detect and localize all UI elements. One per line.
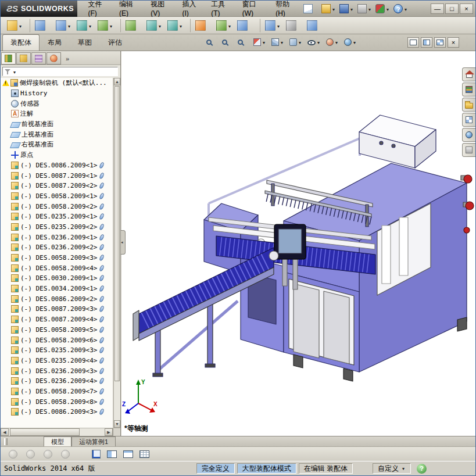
- insert-components-icon[interactable]: [5, 19, 24, 33]
- view-palette-icon[interactable]: [462, 113, 475, 127]
- tree-item[interactable]: 注解: [1, 109, 113, 119]
- view-orientation-icon[interactable]: [270, 37, 285, 47]
- show-hidden-components-icon[interactable]: [120, 19, 143, 33]
- tree-item[interactable]: (-) DES.0086.2009<1>: [1, 160, 113, 171]
- interference-detection-icon[interactable]: [284, 19, 303, 33]
- model-canvas[interactable]: Y X Z: [121, 51, 475, 436]
- tree-item[interactable]: (-) DES.0236.2009<2>: [1, 242, 113, 253]
- zoom-fit-icon[interactable]: [205, 37, 218, 47]
- propertymanager-tab-icon[interactable]: [16, 52, 31, 65]
- tree-item[interactable]: (-) DES.0236.2009<1>: [1, 232, 113, 242]
- apply-scene-icon[interactable]: [343, 37, 358, 47]
- edit-appearance-icon[interactable]: [325, 37, 340, 47]
- linear-component-pattern-icon[interactable]: [54, 19, 73, 33]
- tree-item[interactable]: 原点: [1, 150, 113, 160]
- tree-item[interactable]: (-) DES.0058.2009<6>: [1, 335, 113, 345]
- disabled-tool-icon-4[interactable]: [61, 450, 70, 459]
- scroll-thumb[interactable]: [114, 86, 120, 381]
- tree-item[interactable]: (-) DES.0087.2009<4>: [1, 314, 113, 325]
- viewport-two-pane-icon[interactable]: [421, 37, 432, 48]
- panel-overflow-chevron-icon[interactable]: »: [62, 52, 71, 65]
- disabled-tool-icon-2[interactable]: [26, 450, 35, 459]
- scroll-thumb[interactable]: [10, 428, 80, 436]
- tab-sketch[interactable]: 草图: [70, 34, 100, 51]
- tree-item[interactable]: (-) DES.0086.2009<3>: [1, 407, 113, 417]
- reference-geometry-icon[interactable]: [166, 19, 185, 33]
- new-motion-study-icon[interactable]: [190, 19, 213, 33]
- design-library-icon[interactable]: [462, 83, 475, 96]
- tree-item[interactable]: (-) DES.0236.2009<3>: [1, 366, 113, 376]
- tab-assembly[interactable]: 装配体: [2, 34, 40, 51]
- custom-properties-icon[interactable]: [462, 143, 475, 157]
- tree-item[interactable]: (-) DES.0086.2009<2>: [1, 294, 113, 304]
- tree-item[interactable]: (-) DES.0058.2009<8>: [1, 396, 113, 407]
- quick-tips-help-icon[interactable]: ?: [417, 464, 427, 474]
- close-button[interactable]: ×: [460, 3, 473, 14]
- splitter-grip[interactable]: [4, 438, 8, 445]
- tab-layout[interactable]: 布局: [40, 34, 70, 51]
- tree-item[interactable]: (-) DES.0058.2009<4>: [1, 263, 113, 273]
- viewport-single-icon[interactable]: [407, 37, 419, 48]
- tab-motion-study-1[interactable]: 运动算例1: [71, 436, 116, 446]
- custom-dropdown[interactable]: 自定义: [373, 463, 411, 474]
- tree-item[interactable]: (-) DES.0030.2009<1>: [1, 273, 113, 284]
- tab-evaluate[interactable]: 评估: [100, 34, 130, 51]
- tree-item[interactable]: (-) DES.0235.2009<4>: [1, 356, 113, 366]
- section-view-icon[interactable]: [252, 37, 267, 47]
- maximize-button[interactable]: □: [445, 3, 459, 14]
- explode-line-sketch-icon[interactable]: [260, 19, 282, 33]
- tree-item[interactable]: 上视基准面: [1, 129, 113, 139]
- tree-item[interactable]: (-) DES.0087.2009<3>: [1, 304, 113, 314]
- tree-item[interactable]: (-) DES.0236.2009<4>: [1, 376, 113, 386]
- dimxpertmanager-tab-icon[interactable]: [46, 52, 61, 65]
- tree-item[interactable]: (-) DES.0235.2009<3>: [1, 345, 113, 356]
- file-explorer-icon[interactable]: [462, 98, 475, 112]
- hide-show-items-icon[interactable]: [306, 37, 322, 47]
- tree-item[interactable]: History: [1, 88, 113, 99]
- scroll-up-icon[interactable]: [114, 78, 120, 85]
- disabled-tool-icon-1[interactable]: [9, 450, 17, 459]
- new-document-icon[interactable]: [303, 3, 318, 14]
- grid-table-icon[interactable]: [139, 450, 149, 458]
- options-icon[interactable]: [375, 3, 391, 14]
- tree-item[interactable]: (-) DES.0087.2009<2>: [1, 181, 113, 191]
- tree-item[interactable]: (-) DES.0058.2009<7>: [1, 386, 113, 397]
- assembly-features-icon[interactable]: [145, 19, 164, 33]
- scroll-left-icon[interactable]: [1, 428, 9, 436]
- solidworks-resources-icon[interactable]: [462, 67, 475, 81]
- instant3d-icon[interactable]: [305, 19, 324, 33]
- tree-item[interactable]: (-) DES.0058.2009<5>: [1, 325, 113, 335]
- machine-model[interactable]: [133, 115, 474, 381]
- tree-item[interactable]: (-) DES.0058.2009<2>: [1, 201, 113, 212]
- previous-view-icon[interactable]: [237, 37, 249, 47]
- tree-filter-input[interactable]: [2, 67, 118, 76]
- graphics-viewport[interactable]: Y X Z *等轴测: [121, 51, 475, 436]
- tab-model[interactable]: 模型: [44, 436, 71, 446]
- tree-item[interactable]: (-) DES.0034.2009<1>: [1, 284, 113, 294]
- panel-collapse-handle[interactable]: [121, 230, 126, 255]
- tree-item[interactable]: 传感器: [1, 98, 113, 109]
- save-icon[interactable]: [339, 3, 355, 14]
- pane-window-icon[interactable]: [123, 450, 133, 458]
- configurationmanager-tab-icon[interactable]: [31, 52, 46, 65]
- print-icon[interactable]: [357, 3, 373, 14]
- smart-fasteners-icon[interactable]: [75, 19, 94, 33]
- featuremanager-tab-icon[interactable]: [1, 52, 16, 65]
- tree-horizontal-scrollbar[interactable]: [1, 428, 120, 436]
- open-document-icon[interactable]: [321, 3, 337, 14]
- scroll-right-icon[interactable]: [105, 428, 113, 436]
- viewport-four-pane-icon[interactable]: [434, 37, 446, 48]
- tree-item[interactable]: 前视基准面: [1, 119, 113, 130]
- tree-item[interactable]: 右视基准面: [1, 139, 113, 150]
- tree-item[interactable]: (-) DES.0058.2009<1>: [1, 191, 113, 202]
- help-icon[interactable]: [393, 3, 409, 14]
- bill-of-materials-icon[interactable]: [214, 19, 234, 33]
- tree-vertical-scrollbar[interactable]: [113, 78, 120, 428]
- tree-item[interactable]: (-) DES.0235.2009<1>: [1, 212, 113, 222]
- tree-item[interactable]: (-) DES.0058.2009<3>: [1, 253, 113, 263]
- split-window-icon[interactable]: [107, 450, 117, 458]
- scroll-down-icon[interactable]: [114, 420, 120, 428]
- minimize-button[interactable]: —: [431, 3, 444, 14]
- appearances-scenes-icon[interactable]: [462, 128, 475, 142]
- tree-item[interactable]: (-) DES.0235.2009<2>: [1, 222, 113, 232]
